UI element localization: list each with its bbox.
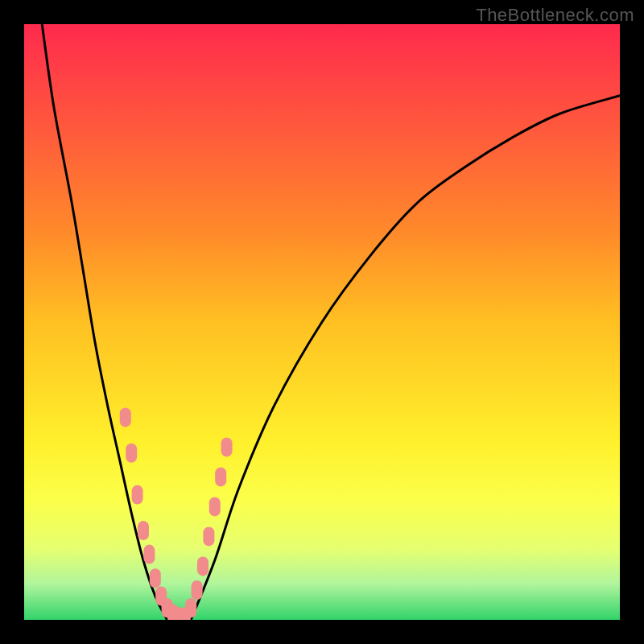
watermark-text: TheBottleneck.com <box>476 5 634 26</box>
marker-dot <box>197 556 208 576</box>
marker-dot <box>215 467 226 486</box>
marker-dot <box>120 407 131 427</box>
marker-dot <box>138 521 149 540</box>
marker-dot <box>132 485 143 505</box>
chart-frame: TheBottleneck.com <box>0 0 644 644</box>
marker-dot <box>143 545 155 564</box>
marker-dot <box>209 497 221 516</box>
marker-dot <box>126 444 137 463</box>
marker-dot <box>192 580 203 600</box>
marker-dot <box>185 598 196 617</box>
marker-dot <box>221 437 233 456</box>
marker-dot <box>150 568 161 588</box>
marker-dot <box>203 526 214 546</box>
markers-layer <box>24 24 620 620</box>
plot-area <box>24 24 620 620</box>
